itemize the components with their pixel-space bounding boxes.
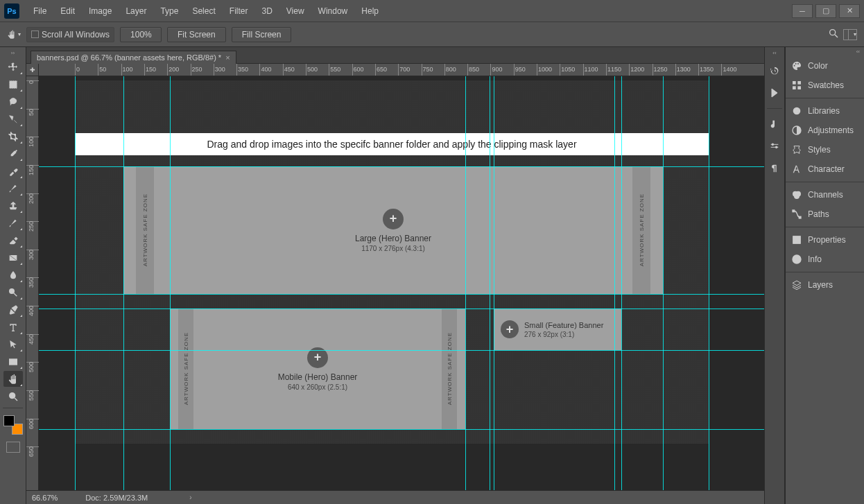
guide-vertical[interactable] bbox=[490, 76, 490, 490]
panel-info[interactable]: Info bbox=[786, 250, 864, 269]
guide-vertical[interactable] bbox=[709, 76, 709, 490]
window-controls: ─ ▢ ✕ bbox=[789, 4, 860, 18]
menu-help[interactable]: Help bbox=[354, 0, 386, 22]
menu-layer[interactable]: Layer bbox=[119, 0, 153, 22]
dodge-tool[interactable] bbox=[3, 284, 23, 300]
brush-tool[interactable] bbox=[3, 180, 23, 196]
panel-swatches[interactable]: Swatches bbox=[786, 76, 864, 95]
panel-styles[interactable]: Styles bbox=[786, 140, 864, 159]
gradient-tool[interactable] bbox=[3, 250, 23, 266]
type-tool[interactable] bbox=[3, 319, 23, 335]
scroll-all-windows-checkbox[interactable]: Scroll All Windows bbox=[26, 27, 114, 42]
status-doc-size[interactable]: Doc: 2.59M/23.3M bbox=[85, 494, 148, 502]
guide-horizontal[interactable] bbox=[39, 309, 764, 309]
panel-properties[interactable]: Properties bbox=[786, 230, 864, 250]
fit-screen-button[interactable]: Fit Screen bbox=[167, 27, 226, 42]
status-bar: 66.67% Doc: 2.59M/23.3M › bbox=[26, 490, 764, 504]
menu-image[interactable]: Image bbox=[82, 0, 119, 22]
canvas-viewport[interactable]: ✚ 05010015020025030035040045050055060065… bbox=[26, 64, 764, 490]
pen-tool[interactable] bbox=[3, 302, 23, 318]
zoom-level-button[interactable]: 100% bbox=[120, 27, 162, 42]
panel-paths[interactable]: Paths bbox=[786, 205, 864, 224]
search-icon[interactable] bbox=[828, 28, 839, 41]
foreground-color-swatch[interactable] bbox=[3, 415, 15, 426]
marquee-tool[interactable] bbox=[3, 76, 23, 92]
ruler-horizontal[interactable]: 0501001502002503003504004505005506006507… bbox=[39, 64, 764, 76]
panel-libraries[interactable]: Libraries bbox=[786, 101, 864, 121]
menu-type[interactable]: Type bbox=[153, 0, 185, 22]
panel-color[interactable]: Color bbox=[786, 56, 864, 76]
mobile-hero-banner-area[interactable]: ARTWORK SAFE ZONE ARTWORK SAFE ZONE + Mo… bbox=[170, 309, 465, 429]
menu-select[interactable]: Select bbox=[185, 0, 222, 22]
path-selection-tool[interactable] bbox=[3, 336, 23, 352]
document-tab[interactable]: banners.psd @ 66.7% (banner assets here,… bbox=[31, 51, 236, 64]
brush-settings-panel-icon[interactable] bbox=[768, 139, 781, 153]
svg-rect-14 bbox=[793, 86, 796, 89]
large-hero-banner-area[interactable]: ARTWORK SAFE ZONE ARTWORK SAFE ZONE + La… bbox=[123, 166, 663, 294]
guide-vertical[interactable] bbox=[123, 76, 124, 490]
scroll-all-label: Scroll All Windows bbox=[42, 30, 110, 40]
rectangle-tool[interactable] bbox=[3, 354, 23, 370]
panel-channels[interactable]: Channels bbox=[786, 185, 864, 205]
history-panel-icon[interactable] bbox=[768, 64, 781, 78]
toolbar-expand-handle[interactable]: ›› bbox=[0, 50, 26, 58]
workspace-switcher[interactable] bbox=[843, 29, 857, 40]
menu-view[interactable]: View bbox=[279, 0, 311, 22]
status-zoom[interactable]: 66.67% bbox=[32, 494, 58, 502]
plus-icon: + bbox=[383, 209, 404, 229]
panel-collapse-handle[interactable]: ‹‹ bbox=[772, 50, 776, 58]
guide-vertical[interactable] bbox=[465, 76, 466, 490]
guide-horizontal[interactable] bbox=[39, 429, 764, 430]
history-brush-tool[interactable] bbox=[3, 215, 23, 231]
menu-3d[interactable]: 3D bbox=[254, 0, 279, 22]
small-feature-banner-area[interactable]: + Small (Feature) Banner 276 x 92px (3:1… bbox=[494, 309, 621, 350]
guide-horizontal[interactable] bbox=[39, 350, 764, 351]
actions-panel-icon[interactable] bbox=[768, 86, 781, 100]
quick-mask-toggle[interactable] bbox=[6, 442, 20, 453]
menu-filter[interactable]: Filter bbox=[223, 0, 255, 22]
panel-layers[interactable]: Layers bbox=[786, 275, 864, 295]
guide-vertical[interactable] bbox=[621, 76, 622, 490]
guide-vertical[interactable] bbox=[614, 76, 615, 490]
window-minimize-button[interactable]: ─ bbox=[792, 4, 813, 18]
guide-horizontal[interactable] bbox=[39, 294, 764, 295]
move-tool[interactable] bbox=[3, 59, 23, 75]
brushes-panel-icon[interactable] bbox=[768, 117, 781, 131]
window-close-button[interactable]: ✕ bbox=[839, 4, 860, 18]
ruler-vertical[interactable]: 050100150200250300350400450500550600650 bbox=[26, 76, 39, 490]
svg-point-30 bbox=[796, 257, 797, 257]
ruler-origin[interactable]: ✚ bbox=[26, 64, 39, 76]
lasso-tool[interactable] bbox=[3, 94, 23, 110]
healing-brush-tool[interactable] bbox=[3, 163, 23, 179]
panel-adjustments[interactable]: Adjustments bbox=[786, 121, 864, 140]
window-maximize-button[interactable]: ▢ bbox=[815, 4, 836, 18]
app-logo: Ps bbox=[4, 3, 19, 19]
menu-window[interactable]: Window bbox=[311, 0, 355, 22]
blur-tool[interactable] bbox=[3, 267, 23, 283]
guide-horizontal[interactable] bbox=[39, 166, 764, 167]
paragraph-panel-icon[interactable] bbox=[768, 162, 781, 175]
foreground-background-color[interactable] bbox=[3, 415, 23, 435]
status-flyout-icon[interactable]: › bbox=[189, 494, 191, 501]
panel-collapse-handle[interactable]: ‹‹ bbox=[786, 47, 864, 56]
svg-rect-22 bbox=[793, 210, 795, 212]
panel-character[interactable]: Character bbox=[786, 159, 864, 179]
guide-vertical[interactable] bbox=[170, 76, 171, 490]
eraser-tool[interactable] bbox=[3, 232, 23, 248]
eyedropper-tool[interactable] bbox=[3, 146, 23, 162]
crop-tool[interactable] bbox=[3, 128, 23, 144]
menu-file[interactable]: File bbox=[26, 0, 53, 22]
menubar: Ps File Edit Image Layer Type Select Fil… bbox=[0, 0, 864, 22]
quick-selection-tool[interactable] bbox=[3, 111, 23, 127]
clone-stamp-tool[interactable] bbox=[3, 198, 23, 214]
hand-tool[interactable] bbox=[3, 371, 23, 387]
fill-screen-button[interactable]: Fill Screen bbox=[232, 27, 292, 42]
current-tool-icon[interactable]: ▾ bbox=[7, 28, 21, 42]
close-tab-icon[interactable]: × bbox=[225, 53, 230, 62]
guide-vertical[interactable] bbox=[663, 76, 664, 490]
zoom-tool[interactable] bbox=[3, 388, 23, 404]
banner-size: 640 x 260px (2.5:1) bbox=[288, 383, 347, 391]
menu-edit[interactable]: Edit bbox=[53, 0, 82, 22]
guide-vertical[interactable] bbox=[494, 76, 494, 490]
guide-vertical[interactable] bbox=[75, 76, 76, 490]
